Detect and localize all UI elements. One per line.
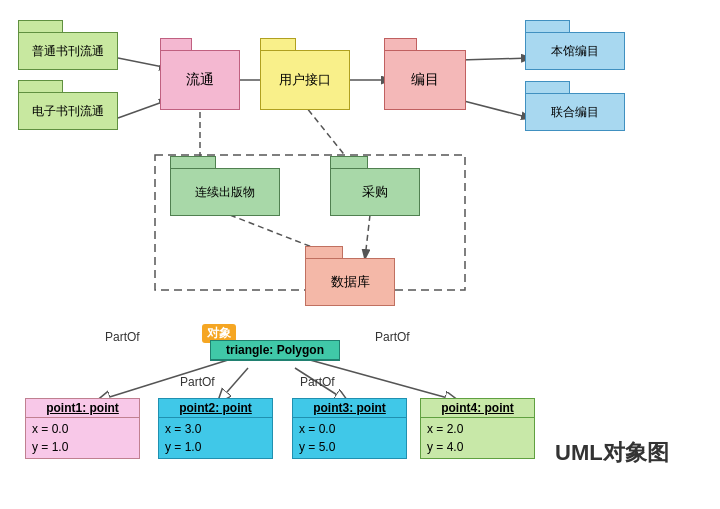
svg-line-5 — [460, 100, 530, 118]
node-triangle: triangle: Polygon — [210, 340, 340, 361]
node-yonghujiekou: 用户接口 — [260, 50, 350, 110]
node-point3: point3: point x = 0.0 y = 5.0 — [292, 398, 407, 459]
node-putongliutong: 普通书刊流通 — [18, 32, 118, 70]
diagram-container: 普通书刊流通 电子书刊流通 流通 用户接口 编目 本馆编目 联合编目 连续出版物… — [0, 0, 720, 509]
node-point2-attrs: x = 3.0 y = 1.0 — [159, 418, 272, 458]
node-point4-attrs: x = 2.0 y = 4.0 — [421, 418, 534, 458]
node-point3-attrs: x = 0.0 y = 5.0 — [293, 418, 406, 458]
node-shujuku: 数据库 — [305, 258, 395, 306]
node-liutong: 流通 — [160, 50, 240, 110]
node-benguanbianmu: 本馆编目 — [525, 32, 625, 70]
node-dianziliutong: 电子书刊流通 — [18, 92, 118, 130]
partof-label-1: PartOf — [105, 330, 140, 344]
partof-label-2: PartOf — [180, 375, 215, 389]
node-point2: point2: point x = 3.0 y = 1.0 — [158, 398, 273, 459]
node-bianmu: 编目 — [384, 50, 466, 110]
node-lianhebianmu: 联合编目 — [525, 93, 625, 131]
svg-line-9 — [365, 215, 370, 258]
partof-label-3: PartOf — [300, 375, 335, 389]
partof-label-4: PartOf — [375, 330, 410, 344]
svg-line-4 — [460, 58, 530, 60]
node-point1-attrs: x = 0.0 y = 1.0 — [26, 418, 139, 458]
node-lianxuchubanshu: 连续出版物 — [170, 168, 280, 216]
node-point1: point1: point x = 0.0 y = 1.0 — [25, 398, 140, 459]
node-caigou: 采购 — [330, 168, 420, 216]
node-point4: point4: point x = 2.0 y = 4.0 — [420, 398, 535, 459]
uml-title: UML对象图 — [555, 438, 669, 468]
svg-line-12 — [220, 368, 248, 400]
